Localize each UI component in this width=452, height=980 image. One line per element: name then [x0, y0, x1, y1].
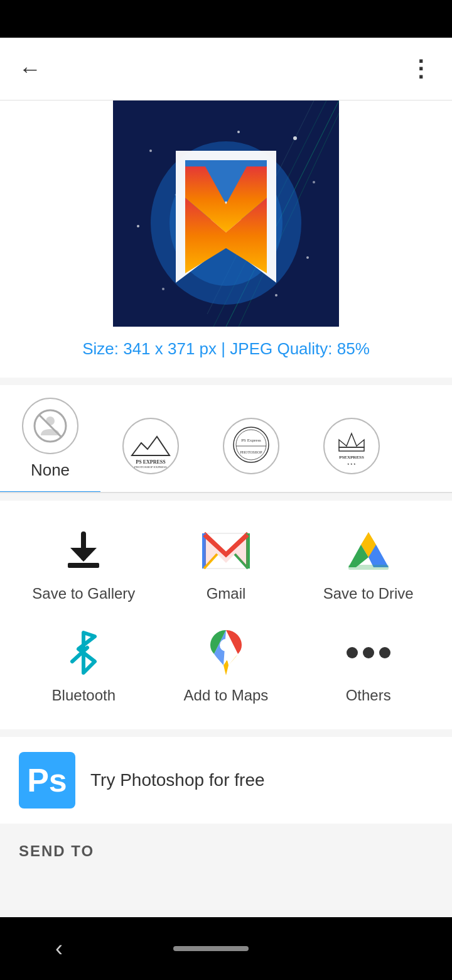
svg-point-4 [137, 225, 139, 227]
svg-rect-29 [68, 563, 99, 568]
svg-text:PSEXPRESS: PSEXPRESS [339, 455, 364, 460]
promo-banner[interactable]: Ps Try Photoshop for free [0, 737, 452, 824]
promo-text: Try Photoshop for free [90, 770, 265, 790]
filter-ps-2[interactable]: PS Express PHOTOSHOP [201, 418, 301, 492]
svg-point-31 [220, 639, 232, 651]
share-gmail[interactable]: Gmail [155, 520, 298, 609]
gmail-icon [201, 526, 251, 576]
filter-ps-3[interactable]: PSEXPRESS ★ ★ ★ [301, 418, 402, 492]
separator: | [221, 339, 225, 358]
photoshop-icon: Ps [19, 752, 75, 808]
filter-ps-1[interactable]: PS EXPRESS PHOTOSHOP EXPRESS [100, 418, 201, 492]
app-icon-svg [113, 101, 339, 327]
svg-point-22 [236, 430, 266, 460]
others-icon [343, 628, 394, 678]
gmail-label: Gmail [207, 585, 246, 602]
others-dot-1 [347, 647, 358, 658]
bluetooth-label: Bluetooth [52, 687, 116, 704]
svg-point-3 [313, 181, 315, 183]
filter-none-label: None [31, 460, 70, 480]
svg-rect-26 [339, 447, 364, 451]
share-save-gallery[interactable]: Save to Gallery [13, 520, 155, 609]
ps-mountain-icon: PS EXPRESS PHOTOSHOP EXPRESS [126, 421, 176, 471]
download-icon-svg [62, 529, 105, 573]
nav-back-button[interactable]: ‹ [55, 935, 63, 962]
svg-point-18 [46, 416, 55, 425]
filter-none[interactable]: None [0, 398, 100, 493]
share-save-drive[interactable]: Save to Drive [297, 520, 439, 609]
preview-image [113, 101, 339, 327]
filter-ps2-icon: PS Express PHOTOSHOP [223, 418, 279, 474]
image-info: Size: 341 x 371 px | JPEG Quality: 85% [82, 339, 370, 359]
filter-ps3-icon: PSEXPRESS ★ ★ ★ [323, 418, 380, 474]
save-gallery-label: Save to Gallery [32, 585, 135, 602]
no-filter-icon [31, 407, 69, 445]
others-dots [347, 647, 390, 658]
svg-point-1 [149, 150, 152, 152]
bluetooth-icon [58, 628, 109, 678]
image-preview-section: Size: 341 x 371 px | JPEG Quality: 85% [0, 101, 452, 378]
save-gallery-icon [58, 526, 109, 576]
drive-icon [343, 526, 394, 576]
send-to-label: SEND TO [19, 842, 94, 859]
others-dot-3 [379, 647, 390, 658]
others-label: Others [346, 687, 391, 704]
svg-text:PS EXPRESS: PS EXPRESS [136, 459, 166, 465]
svg-point-6 [162, 288, 164, 290]
share-bluetooth[interactable]: Bluetooth [13, 621, 155, 710]
filter-ps1-icon: PS EXPRESS PHOTOSHOP EXPRESS [122, 418, 179, 474]
more-options-button[interactable]: ⋮ [409, 56, 433, 82]
send-to-section: SEND TO [0, 824, 452, 873]
filter-none-icon [22, 398, 78, 454]
svg-text:PHOTOSHOP EXPRESS: PHOTOSHOP EXPRESS [134, 466, 167, 469]
nav-home-pill[interactable] [173, 946, 249, 951]
gmail-icon-svg [201, 530, 251, 572]
others-dot-2 [363, 647, 374, 658]
size-value: 341 x 371 px [123, 339, 217, 358]
svg-point-7 [237, 131, 240, 133]
svg-text:PHOTOSHOP: PHOTOSHOP [240, 450, 262, 454]
ps-circle-icon: PS Express PHOTOSHOP [226, 421, 276, 471]
status-bar [0, 0, 452, 38]
bluetooth-icon-svg [65, 628, 102, 678]
quality-label: JPEG Quality: [230, 339, 332, 358]
quality-value: 85% [337, 339, 370, 358]
share-section: Save to Gallery Gmail [0, 501, 452, 729]
svg-point-9 [275, 294, 277, 297]
svg-point-5 [306, 256, 309, 259]
svg-text:★ ★ ★: ★ ★ ★ [347, 462, 356, 466]
ps-icon-text: Ps [27, 761, 67, 799]
svg-text:PS Express: PS Express [241, 438, 261, 443]
bottom-nav: ‹ [0, 917, 452, 980]
add-maps-label: Add to Maps [184, 687, 269, 704]
drive-icon-svg [345, 530, 392, 572]
svg-rect-30 [348, 565, 389, 570]
maps-icon-svg [205, 628, 247, 678]
share-grid: Save to Gallery Gmail [13, 520, 439, 710]
ps-crown-icon: PSEXPRESS ★ ★ ★ [326, 421, 377, 471]
share-others[interactable]: Others [297, 621, 439, 710]
size-label: Size: [82, 339, 119, 358]
maps-icon [201, 628, 251, 678]
svg-point-21 [234, 427, 269, 462]
toolbar: ← ⋮ [0, 38, 452, 101]
share-add-maps[interactable]: Add to Maps [155, 621, 298, 710]
back-button[interactable]: ← [19, 56, 41, 82]
save-drive-label: Save to Drive [323, 585, 414, 602]
filter-row: None PS EXPRESS PHOTOSHOP EXPRESS PS Exp… [0, 385, 452, 493]
